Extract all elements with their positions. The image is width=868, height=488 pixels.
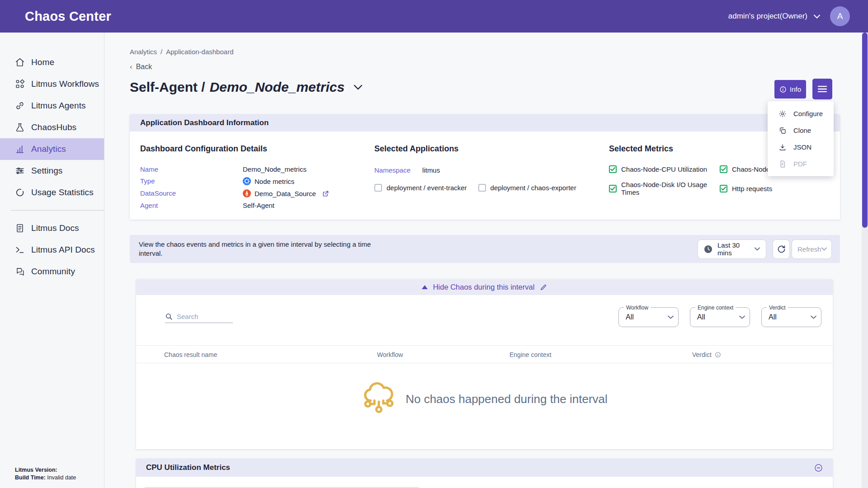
sliders-icon [15, 166, 25, 176]
config-name-value: Demo_Node_metrics [243, 165, 329, 173]
sidebar-item-label: Litmus Agents [31, 101, 86, 111]
sidebar-item-community[interactable]: Community [0, 261, 104, 282]
config-datasource-value: Demo_Data_Source [243, 189, 329, 197]
sidebar-item-label: Home [31, 57, 54, 67]
flask-icon [15, 122, 25, 132]
external-link-icon[interactable] [322, 190, 329, 197]
workflow-filter-select[interactable]: Workflow All [618, 307, 679, 327]
page-scrollbar[interactable] [862, 33, 868, 488]
namespace-label: Namespace [374, 166, 410, 174]
breadcrumb-separator: / [160, 48, 162, 56]
avatar[interactable]: A [830, 6, 850, 26]
document-icon [15, 223, 25, 233]
breadcrumb-analytics[interactable]: Analytics [130, 48, 157, 56]
build-time-value: Invalid date [47, 474, 76, 481]
config-details-column: Dashboard Configuration Details Name Dem… [140, 144, 329, 209]
cpu-metrics-card: CPU Utilization Metrics [136, 459, 833, 488]
verdict-filter-value: All [769, 313, 777, 321]
pencil-icon[interactable] [540, 284, 547, 291]
column-chaos-result-name: Chaos result name [164, 351, 217, 358]
sidebar-item-label: Litmus Docs [31, 223, 79, 233]
dashboard-switch-chevron-icon[interactable] [354, 84, 363, 90]
checkbox-checked-icon [609, 185, 617, 192]
empty-state: No chaos happened during the interval [136, 380, 833, 418]
file-icon [778, 160, 787, 168]
back-button[interactable]: ‹ Back [130, 62, 152, 71]
menu-item-configure[interactable]: Configure [768, 105, 834, 122]
menu-item-pdf[interactable]: PDF [768, 155, 834, 172]
sidebar-item-litmus-api-docs[interactable]: Litmus API Docs [0, 239, 104, 261]
sidebar-item-label: Litmus Workflows [31, 79, 99, 89]
engine-context-filter-select[interactable]: Engine context All [690, 307, 750, 327]
config-agent-value: Self-Agent [243, 202, 329, 209]
sidebar-item-label: Litmus API Docs [31, 245, 95, 255]
sidebar-item-litmus-docs[interactable]: Litmus Docs [0, 217, 104, 239]
search-input[interactable] [177, 313, 229, 320]
collapse-section-button[interactable] [814, 464, 823, 472]
info-button[interactable]: Info [774, 80, 806, 99]
prometheus-icon [243, 189, 251, 197]
hamburger-icon [818, 86, 827, 92]
page-title: Self-Agent / Demo_Node_metrics [130, 80, 363, 95]
chevron-left-icon: ‹ [130, 62, 132, 71]
metric-checkbox-disk-io-times[interactable]: Chaos-Node-Disk I/O Usage Times [609, 181, 720, 196]
sidebar-item-label: Community [31, 267, 75, 277]
dashboard-info-card: Application Dashboard Information Dashbo… [130, 114, 840, 220]
refresh-now-button[interactable] [773, 239, 790, 259]
menu-item-clone[interactable]: Clone [768, 122, 834, 139]
refresh-icon [777, 244, 786, 254]
sidebar-item-label: Usage Statistics [31, 188, 94, 197]
project-selector[interactable]: admin's project(Owner) [728, 12, 820, 21]
download-icon [778, 143, 787, 151]
time-range-select[interactable]: Last 30 mins [698, 239, 766, 259]
empty-message: No chaos happened during the interval [406, 392, 608, 406]
hide-chaos-toggle[interactable]: Hide Chaos during this interval [136, 279, 833, 295]
chevron-down-icon [755, 247, 760, 251]
config-type-label: Type [140, 177, 243, 185]
sidebar-item-litmus-agents[interactable]: Litmus Agents [0, 95, 104, 117]
cpu-metrics-header: CPU Utilization Metrics [136, 459, 833, 477]
app-checkbox-event-tracker[interactable]: deployment / event-tracker [374, 184, 467, 192]
refresh-interval-select[interactable]: Refresh [792, 239, 832, 259]
config-datasource-label: DataSource [140, 189, 243, 197]
dashboard-info-header: Application Dashboard Information [130, 114, 840, 131]
sidebar-item-settings[interactable]: Settings [0, 160, 104, 182]
clone-icon [778, 127, 787, 135]
dashboard-menu-button[interactable] [812, 79, 832, 99]
engine-context-filter-value: All [697, 313, 705, 321]
app-checkbox-chaos-exporter[interactable]: deployment / chaos-exporter [478, 184, 576, 192]
metric-checkbox-http-requests[interactable]: Http requests [720, 181, 833, 196]
chevron-down-icon [821, 247, 827, 251]
bar-chart-icon [15, 144, 25, 154]
hide-chaos-label: Hide Chaos during this interval [433, 283, 535, 291]
refresh-label: Refresh [797, 245, 821, 253]
project-label: admin's project(Owner) [728, 12, 807, 21]
column-engine-context: Engine context [509, 351, 552, 358]
config-name-label: Name [140, 165, 243, 173]
checkbox-checked-icon [720, 185, 727, 192]
config-agent-label: Agent [140, 202, 243, 209]
sidebar-divider [11, 210, 104, 211]
sidebar-item-analytics[interactable]: Analytics [0, 138, 104, 160]
namespace-value: litmus [422, 166, 440, 174]
menu-item-json[interactable]: JSON [768, 139, 834, 155]
sidebar-item-litmus-workflows[interactable]: Litmus Workflows [0, 73, 104, 95]
sidebar-item-chaoshubs[interactable]: ChaosHubs [0, 117, 104, 138]
usage-icon [15, 188, 25, 197]
minus-circle-icon [814, 464, 823, 472]
metric-checkbox-cpu-utilization[interactable]: Chaos-Node-CPU Utilization [609, 165, 720, 173]
scrollbar-thumb[interactable] [862, 33, 868, 228]
chat-icon [15, 267, 25, 277]
search-field [165, 313, 233, 323]
version-info: Litmus Version: Build Time: Invalid date [15, 466, 76, 482]
checkbox-unchecked-icon [374, 184, 382, 192]
verdict-filter-select[interactable]: Verdict All [761, 307, 821, 327]
breadcrumb-application-dashboard[interactable]: Application-dashboard [166, 48, 233, 56]
sidebar-item-usage-statistics[interactable]: Usage Statistics [0, 182, 104, 203]
sidebar-item-home[interactable]: Home [0, 52, 104, 73]
node-metrics-icon [243, 177, 251, 185]
info-circle-icon[interactable] [715, 352, 721, 358]
column-verdict: Verdict [692, 351, 721, 358]
build-time-label: Build Time: [15, 474, 46, 481]
back-label: Back [136, 63, 152, 71]
